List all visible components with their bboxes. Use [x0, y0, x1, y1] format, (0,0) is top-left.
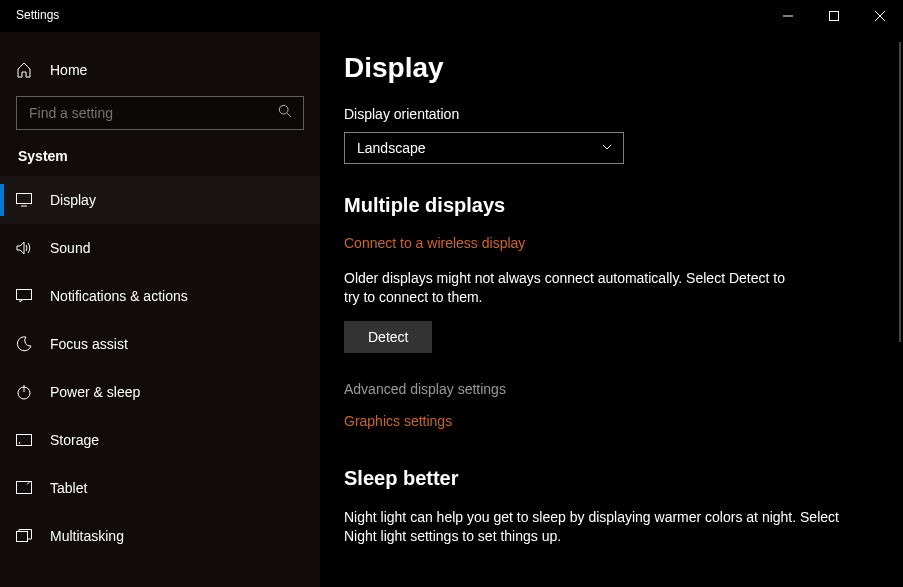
- sidebar-item-label: Power & sleep: [50, 384, 140, 400]
- power-icon: [16, 384, 32, 400]
- sidebar-item-notifications[interactable]: Notifications & actions: [0, 272, 320, 320]
- search-input[interactable]: [16, 96, 304, 130]
- titlebar: Settings: [0, 0, 903, 32]
- maximize-button[interactable]: [811, 0, 857, 32]
- multiple-displays-heading: Multiple displays: [344, 194, 863, 217]
- sidebar-item-focus-assist[interactable]: Focus assist: [0, 320, 320, 368]
- orientation-label: Display orientation: [344, 106, 863, 122]
- svg-line-5: [287, 113, 291, 117]
- dropdown-value: Landscape: [357, 140, 426, 156]
- home-label: Home: [50, 62, 87, 78]
- sidebar-item-label: Focus assist: [50, 336, 128, 352]
- sidebar-item-label: Notifications & actions: [50, 288, 188, 304]
- chevron-down-icon: [601, 140, 613, 156]
- sidebar-item-label: Display: [50, 192, 96, 208]
- page-title: Display: [344, 52, 863, 84]
- sidebar-item-label: Storage: [50, 432, 99, 448]
- tablet-icon: [16, 481, 32, 495]
- svg-rect-8: [17, 290, 32, 300]
- svg-rect-6: [17, 194, 32, 204]
- sidebar-item-storage[interactable]: Storage: [0, 416, 320, 464]
- sidebar-item-tablet[interactable]: Tablet: [0, 464, 320, 512]
- search-icon: [278, 104, 292, 122]
- detect-description: Older displays might not always connect …: [344, 269, 804, 307]
- sidebar-item-label: Sound: [50, 240, 90, 256]
- search-container: [16, 96, 304, 130]
- svg-point-4: [279, 105, 288, 114]
- app-title: Settings: [0, 0, 59, 22]
- window-controls: [765, 0, 903, 32]
- svg-rect-11: [17, 435, 32, 446]
- sleep-description: Night light can help you get to sleep by…: [344, 508, 863, 546]
- scrollbar[interactable]: [899, 42, 901, 342]
- multitask-icon: [16, 529, 32, 543]
- sound-icon: [16, 241, 32, 255]
- sidebar-item-label: Multitasking: [50, 528, 124, 544]
- svg-rect-1: [830, 12, 839, 21]
- sidebar: Home System Display Sound Notifications …: [0, 32, 320, 587]
- sidebar-item-sound[interactable]: Sound: [0, 224, 320, 272]
- moon-icon: [16, 336, 32, 352]
- advanced-display-link[interactable]: Advanced display settings: [344, 381, 863, 397]
- close-button[interactable]: [857, 0, 903, 32]
- sidebar-section-heading: System: [0, 148, 320, 176]
- sidebar-item-multitasking[interactable]: Multitasking: [0, 512, 320, 560]
- sidebar-item-display[interactable]: Display: [0, 176, 320, 224]
- sidebar-item-power-sleep[interactable]: Power & sleep: [0, 368, 320, 416]
- detect-button[interactable]: Detect: [344, 321, 432, 353]
- graphics-settings-link[interactable]: Graphics settings: [344, 413, 863, 429]
- svg-point-12: [19, 443, 20, 444]
- storage-icon: [16, 434, 32, 446]
- display-icon: [16, 193, 32, 207]
- sleep-better-heading: Sleep better: [344, 467, 863, 490]
- svg-rect-15: [17, 532, 28, 542]
- sidebar-nav: Display Sound Notifications & actions Fo…: [0, 176, 320, 560]
- home-button[interactable]: Home: [0, 52, 320, 88]
- minimize-button[interactable]: [765, 0, 811, 32]
- sidebar-item-label: Tablet: [50, 480, 87, 496]
- notify-icon: [16, 289, 32, 303]
- orientation-dropdown[interactable]: Landscape: [344, 132, 624, 164]
- svg-rect-13: [17, 482, 32, 494]
- wireless-display-link[interactable]: Connect to a wireless display: [344, 235, 863, 251]
- home-icon: [16, 62, 32, 78]
- content-pane: Display Display orientation Landscape Mu…: [320, 32, 903, 587]
